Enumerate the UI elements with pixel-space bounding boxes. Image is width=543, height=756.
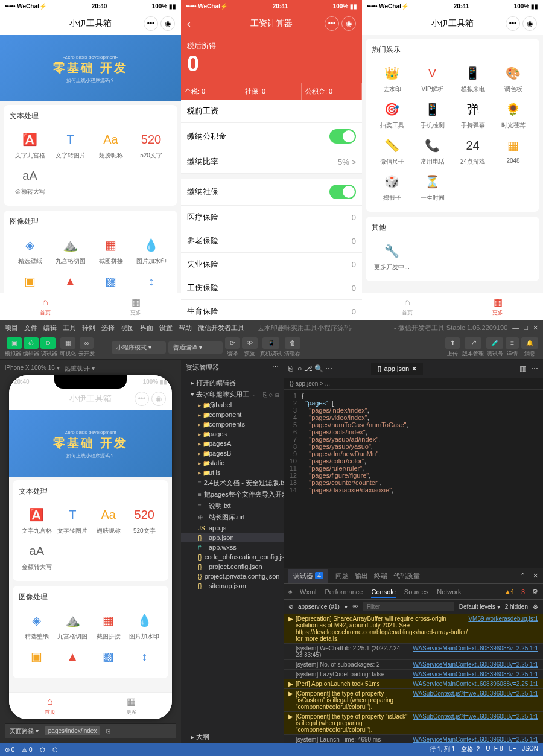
menu-item[interactable]: 文件 [24,324,37,331]
visual-button[interactable]: ▦ [60,337,75,349]
form-row[interactable]: 缴纳公积金 [181,123,362,150]
project-root[interactable]: ▾ 去水印趣味实用工...+ ⎘ ⟳ ⊟ [181,389,284,400]
tool-item[interactable]: T文字转图片 [50,127,91,164]
target-icon[interactable]: ◉ [522,16,537,31]
editor-more-icon[interactable]: ⋯ [531,364,538,373]
file-item[interactable]: {}sitemap.json [181,581,284,591]
code-line[interactable]: 8 "pages/yasuo/yasuo", [284,443,543,450]
code-line[interactable]: 9 "pages/dm/newDanMu", [284,450,543,457]
code-line[interactable]: 4 "pages/video/index", [284,414,543,421]
tool-item[interactable]: ▦截图拼接 [91,233,131,269]
message-button[interactable]: 🔔 [521,337,538,349]
file-item[interactable]: #app.wxss [181,542,284,552]
error-badge[interactable]: 3 [521,588,525,596]
explorer-more-icon[interactable]: ⋯ [272,363,279,372]
devtools-tab[interactable]: Performance [325,588,363,596]
tabbar-item[interactable]: ▦更多 [91,693,172,719]
levels-select[interactable]: Default levels ▾ [459,603,500,610]
minimize-icon[interactable]: — [512,324,519,331]
back-icon[interactable]: ‹ [187,17,191,30]
mode-select[interactable]: 小程序模式 ▾ [112,341,166,354]
tool-item[interactable]: 📏微信尺子 [372,133,412,170]
tool-item[interactable]: ▲ [50,269,91,293]
tool-item[interactable]: ▩ [91,644,127,672]
clear-console-icon[interactable]: ⊘ [288,603,293,610]
version-button[interactable]: ⎇ [465,337,481,349]
tool-item[interactable]: ⛰️九宫格切图 [50,233,91,269]
source-link[interactable]: WASubContext.js?t=we..608396088v=2.25.1:… [413,690,538,710]
debugger-button[interactable]: ⚙ [40,337,56,349]
tool-item[interactable]: 📱模拟来电 [453,61,493,97]
tool-item[interactable]: 🅰️文字九宫格 [19,503,55,539]
outline-section[interactable]: ▸ 大纲 [181,731,284,743]
menu-item[interactable]: 设置 [159,324,173,331]
menu-dots-icon[interactable]: ••• [506,16,520,31]
close-icon[interactable]: ✕ [533,324,538,332]
target-icon[interactable]: ◉ [341,16,356,31]
form-row[interactable]: 养老保险0 [181,229,362,253]
tool-item[interactable]: 🎨调色板 [493,61,533,97]
tool-item[interactable]: ▣ [19,644,55,672]
close-devtools-icon[interactable]: ✕ [533,572,538,580]
upload-button[interactable]: ⬆ [445,337,460,349]
real-device-button[interactable]: 📱 [262,337,279,349]
tool-item[interactable]: 👑去水印 [372,61,412,97]
tabbar-item[interactable]: ⌂首页 [362,293,453,320]
tool-item[interactable]: ↕ [131,269,171,293]
tool-item[interactable]: ▲ [55,644,91,672]
editor-tab[interactable]: {} app.json ✕ [371,363,423,375]
source-link[interactable]: WAServiceMainContext..608396088v=2.25.1:… [413,661,538,668]
tool-item[interactable]: Aa翅膀昵称 [91,127,131,164]
devtools-subtab[interactable]: 代码质量 [393,572,420,579]
folder-item[interactable]: ▸ 📁@babel [181,400,284,410]
form-row[interactable]: 缴纳比率5% > [181,150,362,174]
test-button[interactable]: 🧪 [486,337,503,349]
tabbar-item[interactable]: ⌂首页 [0,293,91,320]
warning-badge[interactable]: ▲4 [504,588,513,595]
tool-item[interactable]: aA金额转大写 [19,539,55,575]
tabbar-item[interactable]: ⌂首页 [9,693,91,719]
tool-item[interactable]: 🎯抽奖工具 [372,97,412,133]
tool-item[interactable]: ▦2048 [493,133,533,170]
simulator-button[interactable]: ▣ [7,337,22,349]
folder-item[interactable]: ▸ 📁components [181,419,284,429]
code-line[interactable]: 7 "pages/yasuo/ad/index", [284,436,543,443]
code-line[interactable]: 5 "pages/numToCase/numToCase", [284,421,543,428]
devtools-tab[interactable]: Console [371,588,395,598]
file-item[interactable]: ≡2.4技术文档 - 安全过滤版.txt [181,477,284,489]
page-path-input[interactable]: pages/index/index [45,726,101,735]
code-line[interactable]: 14 "pages/daxiaoxie/daxiaoxie", [284,486,543,494]
split-editor-icon[interactable]: ▥ [519,364,526,373]
context-select[interactable]: appservice (#1) [298,603,340,610]
tool-item[interactable]: 弹手持弹幕 [453,97,493,133]
banner[interactable]: -Zero basis development-零基础 开发如何上线小程序源码？ [9,410,172,477]
file-item[interactable]: {}app.json [181,533,284,542]
tool-item[interactable]: aA金额转大写 [10,164,50,200]
folder-item[interactable]: ▸ 📁utils [181,468,284,477]
menu-item[interactable]: 界面 [140,324,153,331]
tool-item[interactable]: 🔧更多开发中... [372,239,412,275]
folder-item[interactable]: ▸ 📁pages [181,429,284,439]
tool-item[interactable]: ↕ [127,644,163,672]
folder-item[interactable]: ▸ 📁component [181,410,284,419]
tool-item[interactable]: 📱手机检测 [412,97,453,133]
simulator-viewport[interactable]: 20:40100% ▮▮ 小伊工具箱 •••◉ -Zero basis deve… [9,375,172,719]
file-item[interactable]: ⊕站长图库.url [181,512,284,523]
target-icon[interactable]: ◉ [160,16,175,31]
tool-item[interactable]: Aa翅膀昵称 [91,503,127,539]
form-row[interactable]: 生育保险0 [181,300,362,320]
open-editors-section[interactable]: ▸ 打开的编辑器 [181,377,284,389]
tabbar-item[interactable]: ▦更多 [91,293,181,320]
source-link[interactable]: WASubContext.js?t=we..608396088v=2.25.1:… [413,713,538,733]
devtools-settings-icon[interactable]: ⚙ [532,588,538,596]
collapse-icon[interactable]: ⌃ [520,572,526,580]
menu-item[interactable]: 视图 [121,324,134,331]
tool-item[interactable]: 520520文字 [127,503,163,539]
devtools-tab[interactable]: Wxml [300,588,317,596]
file-item[interactable]: {}project.private.config.json [181,571,284,581]
switch-toggle[interactable] [329,185,356,199]
file-item[interactable]: {}project.config.json [181,562,284,571]
tool-item[interactable]: 2424点游戏 [453,133,493,170]
tool-item[interactable]: ◈精选壁纸 [10,233,50,269]
file-item[interactable]: JSapp.js [181,523,284,533]
